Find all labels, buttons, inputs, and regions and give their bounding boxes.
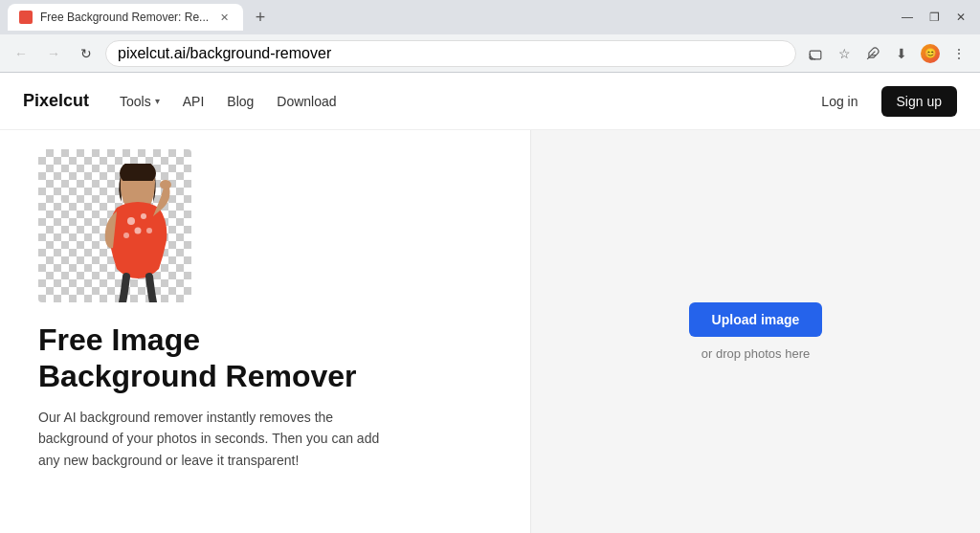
bookmark-star-icon[interactable]: ☆: [831, 40, 858, 67]
tab-favicon: [19, 11, 33, 24]
nav-api[interactable]: API: [183, 94, 205, 109]
profile-icon[interactable]: 😊: [917, 40, 944, 67]
title-bar: Free Background Remover: Re... ✕ + — ❐ ✕: [0, 0, 980, 34]
tab-title: Free Background Remover: Re...: [40, 11, 209, 24]
cast-icon[interactable]: [802, 40, 829, 67]
login-button[interactable]: Log in: [810, 86, 869, 117]
extensions-icon[interactable]: [859, 40, 886, 67]
address-url: pixelcut.ai/background-remover: [118, 45, 331, 62]
browser-chrome: Free Background Remover: Re... ✕ + — ❐ ✕…: [0, 0, 980, 73]
signup-button[interactable]: Sign up: [881, 86, 957, 117]
browser-toolbar: ← → ↻ pixelcut.ai/background-remover ☆ ⬇…: [0, 34, 980, 73]
hero-title: Free Image Background Remover: [38, 322, 507, 395]
new-tab-button[interactable]: +: [247, 4, 274, 31]
drop-text: or drop photos here: [702, 346, 810, 361]
toolbar-icons: ☆ ⬇ 😊 ⋮: [802, 40, 972, 67]
chevron-down-icon: ▾: [155, 96, 160, 106]
close-button[interactable]: ✕: [949, 6, 972, 29]
profile-avatar: 😊: [921, 44, 940, 63]
hero-image-container: [38, 149, 191, 302]
checkerboard-background: [38, 149, 191, 302]
svg-point-6: [127, 217, 135, 225]
tab-close-button[interactable]: ✕: [216, 10, 232, 25]
nav-blog[interactable]: Blog: [227, 94, 254, 109]
nav-tools[interactable]: Tools ▾: [120, 94, 160, 109]
nav-right: Log in Sign up: [810, 86, 957, 117]
menu-icon[interactable]: ⋮: [946, 40, 972, 67]
nav-links: Tools ▾ API Blog Download: [120, 94, 810, 109]
site-nav: Pixelcut Tools ▾ API Blog Download Log i…: [0, 73, 980, 130]
svg-point-10: [146, 228, 152, 233]
woman-figure: [88, 164, 184, 302]
left-content: Free Image Background Remover Our AI bac…: [0, 130, 530, 533]
upload-area[interactable]: Upload image or drop photos here: [530, 130, 980, 533]
minimize-button[interactable]: —: [896, 6, 919, 29]
maximize-button[interactable]: ❐: [923, 6, 946, 29]
hero-description: Our AI background remover instantly remo…: [38, 407, 402, 471]
svg-point-8: [135, 228, 142, 234]
svg-point-11: [160, 180, 171, 189]
svg-point-9: [123, 233, 129, 238]
nav-download[interactable]: Download: [277, 94, 336, 109]
address-bar[interactable]: pixelcut.ai/background-remover: [105, 40, 796, 67]
window-controls: — ❐ ✕: [896, 6, 972, 29]
download-icon[interactable]: ⬇: [888, 40, 915, 67]
site-logo[interactable]: Pixelcut: [23, 91, 89, 111]
upload-image-button[interactable]: Upload image: [689, 302, 823, 337]
browser-tab[interactable]: Free Background Remover: Re... ✕: [8, 4, 243, 31]
page-content: Pixelcut Tools ▾ API Blog Download Log i…: [0, 73, 980, 533]
reload-button[interactable]: ↻: [73, 40, 100, 67]
svg-point-7: [141, 213, 146, 219]
back-button[interactable]: ←: [8, 40, 34, 67]
main-layout: Free Image Background Remover Our AI bac…: [0, 130, 980, 533]
forward-button[interactable]: →: [40, 40, 67, 67]
